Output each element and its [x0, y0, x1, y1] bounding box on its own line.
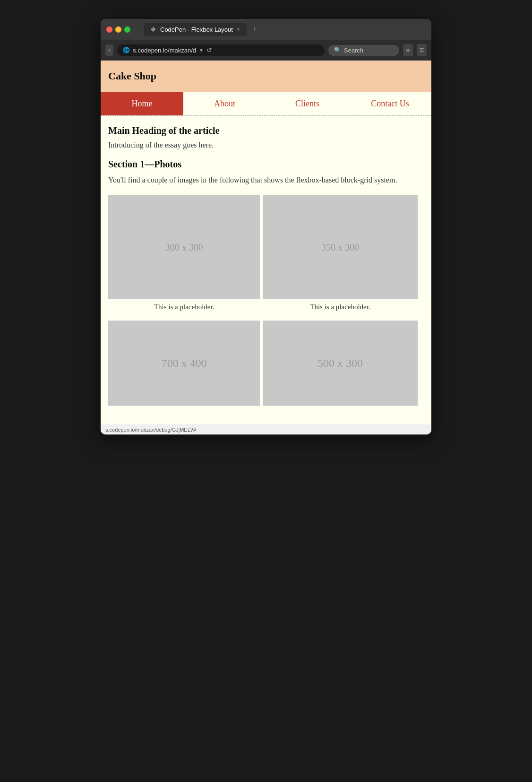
section1-text: You'll find a couple of images in the fo…: [108, 174, 424, 186]
placeholder-image-1: 300 x 300: [108, 195, 260, 299]
browser-window: ❖ CodePen - Flexbox Layout × + ‹ 🌐 s.cod…: [101, 19, 431, 434]
nav-item-clients[interactable]: Clients: [266, 92, 349, 115]
placeholder-image-4: 500 x 300: [263, 321, 417, 406]
placeholder-image-3: 700 x 400: [108, 321, 260, 406]
forward-arrows-button[interactable]: »: [403, 44, 413, 56]
image-block-4: 500 x 300: [263, 321, 417, 410]
site-title: Cake Shop: [108, 70, 424, 82]
image-dimensions-2: 350 x 300: [321, 242, 359, 253]
back-button[interactable]: ‹: [105, 44, 113, 56]
tab-area: ❖ CodePen - Flexbox Layout × +: [144, 23, 426, 36]
article-heading: Main Heading of the article: [108, 125, 424, 136]
article-intro: Introducing of the essay goes here.: [108, 141, 424, 149]
status-bar: s.codepen.io/makzan/debug/GJjMEL?#: [101, 425, 431, 434]
globe-icon: 🌐: [123, 47, 130, 54]
site-main: Main Heading of the article Introducing …: [101, 116, 431, 425]
image-dimensions-4: 500 x 300: [317, 357, 363, 370]
image-block-2: 350 x 300 This is a placeholder.: [263, 195, 417, 316]
title-bar: ❖ CodePen - Flexbox Layout × +: [101, 19, 431, 40]
fullscreen-traffic-light[interactable]: [124, 26, 130, 33]
website-content: Cake Shop Home About Clients Contact Us …: [101, 61, 431, 425]
codepen-icon: ❖: [150, 26, 156, 33]
tab-close-button[interactable]: ×: [237, 26, 240, 33]
nav-item-contact[interactable]: Contact Us: [349, 92, 431, 115]
image-caption-2: This is a placeholder.: [310, 303, 370, 311]
active-tab[interactable]: ❖ CodePen - Flexbox Layout ×: [144, 23, 247, 36]
nav-item-about[interactable]: About: [183, 92, 266, 115]
close-traffic-light[interactable]: [106, 26, 112, 33]
image-block-1: 300 x 300 This is a placeholder.: [108, 195, 263, 316]
new-tab-button[interactable]: +: [249, 25, 261, 35]
reload-button[interactable]: ↺: [206, 46, 212, 54]
section1-heading: Section 1—Photos: [108, 159, 424, 170]
search-icon: 🔍: [334, 47, 341, 54]
image-dimensions-1: 300 x 300: [165, 242, 203, 253]
nav-item-home[interactable]: Home: [101, 92, 183, 115]
site-nav: Home About Clients Contact Us: [101, 92, 431, 116]
status-url: s.codepen.io/makzan/debug/GJjMEL?#: [105, 427, 196, 433]
search-input-label: Search: [344, 47, 363, 54]
image-caption-1: This is a placeholder.: [154, 303, 214, 311]
image-dimensions-3: 700 x 400: [162, 357, 207, 370]
menu-button[interactable]: ≡: [417, 44, 427, 56]
tab-label: CodePen - Flexbox Layout: [160, 26, 233, 33]
minimize-traffic-light[interactable]: [115, 26, 121, 33]
site-header: Cake Shop: [101, 61, 431, 92]
search-bar[interactable]: 🔍 Search: [328, 45, 399, 56]
url-dropdown-icon[interactable]: ▼: [199, 48, 204, 53]
traffic-lights: [106, 26, 130, 33]
image-grid: 300 x 300 This is a placeholder. 350 x 3…: [108, 195, 424, 415]
image-block-3: 700 x 400: [108, 321, 263, 410]
placeholder-image-2: 350 x 300: [263, 195, 417, 299]
address-bar: ‹ 🌐 s.codepen.io/makzan/d ▼ ↺ 🔍 Search »…: [101, 40, 431, 61]
url-bar[interactable]: 🌐 s.codepen.io/makzan/d ▼ ↺: [117, 44, 324, 56]
url-text: s.codepen.io/makzan/d: [133, 47, 196, 54]
